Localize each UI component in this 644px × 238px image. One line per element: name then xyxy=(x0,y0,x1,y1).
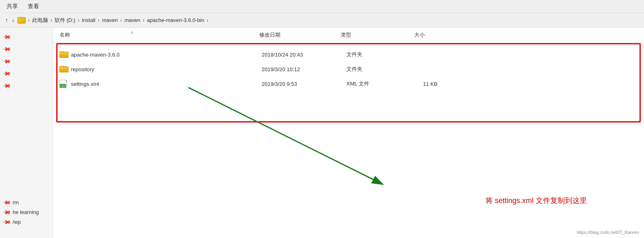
folder-icon-breadcrumb xyxy=(18,17,26,24)
pin-icon-rm: 📌 xyxy=(2,197,11,207)
folder-icon-repository xyxy=(60,66,68,72)
sort-indicator: ∧ xyxy=(130,30,133,35)
svg-line-1 xyxy=(188,87,373,179)
breadcrumb-drive[interactable]: 软件 (D:) xyxy=(55,17,75,24)
file-date-apache: 2018/10/24 20:43 xyxy=(262,52,343,58)
top-menu-bar: 共享 查看 xyxy=(0,0,644,13)
table-row[interactable]: ✓ settings.xml 2019/3/20 9:53 XML 文件 11 … xyxy=(56,76,641,91)
sidebar-label-wp: 📌 /wp xyxy=(0,217,53,227)
pin-icon-4: 📌 xyxy=(2,68,11,78)
sidebar-item-1[interactable]: 📌 xyxy=(0,31,53,42)
breadcrumb-maven1[interactable]: maven xyxy=(102,17,118,23)
pin-icon-3: 📌 xyxy=(2,56,11,66)
sidebar-item-5[interactable]: 📌 xyxy=(0,80,53,91)
file-size-settings: 11 KB xyxy=(423,81,472,87)
col-header-type: 类型 xyxy=(341,28,414,42)
col-header-size: 大小 xyxy=(414,28,463,42)
breadcrumb-this-pc[interactable]: 此电脑 xyxy=(32,17,48,24)
menu-item-view[interactable]: 查看 xyxy=(28,3,39,10)
sidebar-label-learning: 📌 he learning xyxy=(0,207,53,217)
main-layout: 📌 📌 📌 📌 📌 📌 rm 📌 he learning 📌 xyxy=(0,28,644,238)
col-header-date: 修改日期 xyxy=(259,28,341,42)
annotation-label: 将 settings.xml 文件复制到这里 xyxy=(485,196,587,205)
up-arrow-icon[interactable]: ↑ xyxy=(5,17,8,24)
table-row[interactable]: repository 2019/3/20 10:12 文件夹 xyxy=(56,62,641,76)
col-header-name: 名称 xyxy=(60,28,259,42)
breadcrumb-apache-maven[interactable]: apache-maven-3.6.0-bin xyxy=(147,17,204,23)
sidebar: 📌 📌 📌 📌 📌 📌 rm 📌 he learning 📌 xyxy=(0,28,53,238)
breadcrumb-bar: ↑ › › 此电脑 › 软件 (D:) › install › maven › … xyxy=(0,13,644,28)
file-date-repository: 2019/3/20 10:12 xyxy=(262,66,343,72)
file-type-apache: 文件夹 xyxy=(346,51,420,58)
breadcrumb-maven2[interactable]: maven xyxy=(124,17,140,23)
xml-file-icon: ✓ xyxy=(60,80,68,88)
sidebar-label-rm: 📌 rm xyxy=(0,197,53,207)
sidebar-item-4[interactable]: 📌 xyxy=(0,68,53,79)
file-name-repository: repository xyxy=(71,66,258,72)
pin-icon-wp: 📌 xyxy=(2,217,11,226)
menu-item-share[interactable]: 共享 xyxy=(7,3,18,10)
file-type-settings: XML 文件 xyxy=(346,80,420,87)
file-name-settings: settings.xml xyxy=(71,81,258,87)
content-area: ∧ 名称 修改日期 类型 大小 apache-maven-3.6.0 2018/… xyxy=(53,28,644,238)
watermark: https://blog.csdn.net/IT_Kanren xyxy=(577,230,639,235)
file-type-repository: 文件夹 xyxy=(346,66,420,73)
file-list-container: apache-maven-3.6.0 2018/10/24 20:43 文件夹 … xyxy=(53,42,644,238)
pin-icon-1: 📌 xyxy=(2,32,11,41)
file-date-settings: 2019/3/20 9:53 xyxy=(262,81,343,87)
forward-arrow-icon: › xyxy=(12,17,14,24)
file-name-apache: apache-maven-3.6.0 xyxy=(71,52,258,58)
pin-icon-2: 📌 xyxy=(2,44,11,53)
folder-icon-apache xyxy=(60,51,68,58)
table-row[interactable]: apache-maven-3.6.0 2018/10/24 20:43 文件夹 xyxy=(56,47,641,62)
column-header: ∧ 名称 修改日期 类型 大小 xyxy=(53,28,644,42)
breadcrumb-install[interactable]: install xyxy=(82,17,95,23)
pin-icon-5: 📌 xyxy=(2,81,11,90)
pin-icon-learning: 📌 xyxy=(2,207,11,216)
sidebar-item-2[interactable]: 📌 xyxy=(0,43,53,55)
sidebar-item-3[interactable]: 📌 xyxy=(0,55,53,67)
